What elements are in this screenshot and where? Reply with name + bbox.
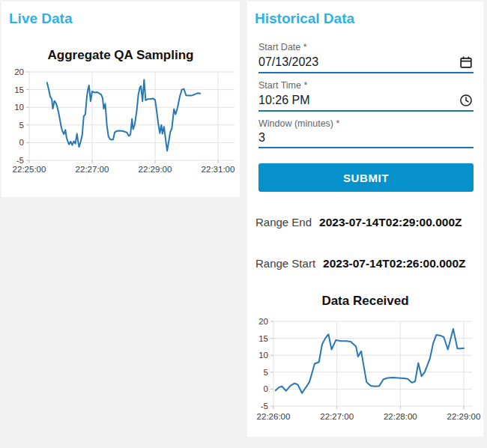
svg-text:22:27:00: 22:27:00 bbox=[320, 412, 354, 421]
range-end-row: Range End 2023-07-14T02:29:00.000Z bbox=[255, 216, 483, 229]
svg-text:22:29:00: 22:29:00 bbox=[139, 165, 172, 174]
historical-panel-title: Historical Data bbox=[255, 10, 483, 27]
svg-text:0: 0 bbox=[19, 138, 24, 147]
live-panel-title: Live Data bbox=[9, 10, 240, 27]
window-minutes-row bbox=[258, 131, 474, 148]
svg-text:22:31:00: 22:31:00 bbox=[202, 165, 235, 174]
range-start-value: 2023-07-14T02:26:00.000Z bbox=[323, 257, 465, 270]
svg-text:5: 5 bbox=[264, 368, 268, 377]
calendar-icon[interactable] bbox=[459, 55, 474, 70]
svg-text:22:26:00: 22:26:00 bbox=[257, 412, 291, 421]
svg-text:10: 10 bbox=[258, 351, 268, 360]
svg-text:22:28:00: 22:28:00 bbox=[384, 412, 417, 421]
clock-icon[interactable] bbox=[459, 93, 474, 108]
submit-button[interactable]: SUBMIT bbox=[258, 163, 474, 192]
live-chart-title: Aggregate QA Sampling bbox=[1, 47, 240, 63]
svg-text:22:29:00: 22:29:00 bbox=[447, 412, 481, 421]
svg-text:0: 0 bbox=[264, 384, 268, 393]
svg-text:20: 20 bbox=[258, 317, 268, 326]
historical-data-panel: Historical Data Start Date * bbox=[247, 1, 483, 437]
live-chart: -50510152022:25:0022:27:0022:29:0022:31:… bbox=[1, 63, 240, 177]
window-minutes-input[interactable] bbox=[258, 131, 474, 145]
svg-text:22:25:00: 22:25:00 bbox=[13, 165, 46, 174]
historical-chart: -50510152022:26:0022:27:0022:28:0022:29:… bbox=[247, 309, 483, 427]
start-date-label: Start Date * bbox=[258, 42, 474, 52]
svg-text:10: 10 bbox=[14, 103, 24, 112]
start-date-field: Start Date * bbox=[258, 42, 474, 73]
start-time-input[interactable] bbox=[258, 94, 459, 107]
window-minutes-label: Window (minutes) * bbox=[258, 118, 474, 129]
svg-text:5: 5 bbox=[19, 121, 24, 130]
start-time-label: Start Time * bbox=[258, 80, 474, 91]
svg-text:20: 20 bbox=[14, 67, 24, 76]
start-date-input[interactable] bbox=[258, 55, 459, 69]
start-date-row bbox=[258, 55, 474, 73]
svg-text:22:27:00: 22:27:00 bbox=[76, 165, 109, 174]
svg-text:-5: -5 bbox=[16, 156, 24, 165]
range-end-label: Range End bbox=[255, 216, 312, 228]
range-end-value: 2023-07-14T02:29:00.000Z bbox=[319, 216, 462, 229]
window-minutes-field: Window (minutes) * bbox=[258, 118, 474, 148]
historical-form: Start Date * Start Time * bbox=[247, 42, 483, 192]
start-time-field: Start Time * bbox=[258, 80, 474, 112]
live-data-panel: Live Data Aggregate QA Sampling -5051015… bbox=[1, 1, 240, 197]
historical-chart-title: Data Received bbox=[247, 293, 483, 309]
svg-text:15: 15 bbox=[14, 85, 24, 94]
svg-text:15: 15 bbox=[258, 334, 268, 343]
range-start-row: Range Start 2023-07-14T02:26:00.000Z bbox=[255, 257, 483, 270]
range-start-label: Range Start bbox=[255, 257, 315, 270]
start-time-row bbox=[258, 93, 474, 112]
svg-text:-5: -5 bbox=[261, 402, 268, 411]
page: Live Data Aggregate QA Sampling -5051015… bbox=[0, 0, 487, 438]
